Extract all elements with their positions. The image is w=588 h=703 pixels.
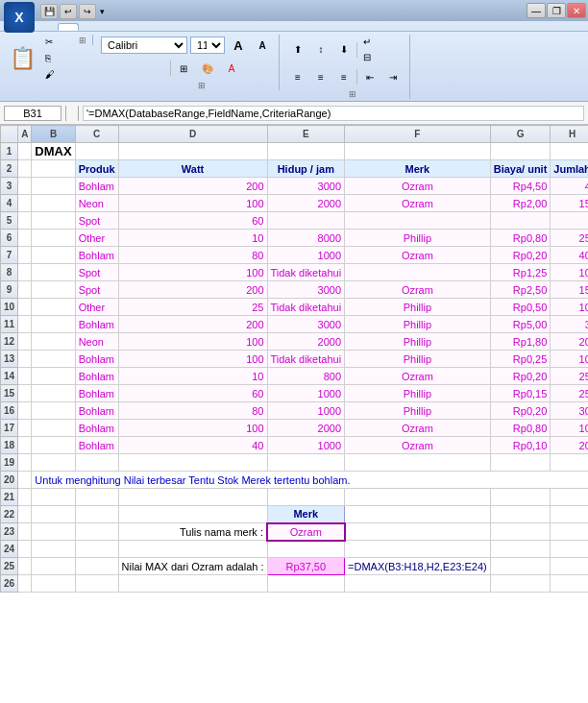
tab-data[interactable] <box>150 23 171 31</box>
decrease-font-btn[interactable]: A <box>252 35 273 56</box>
table-cell[interactable]: Merk <box>345 160 491 178</box>
table-cell[interactable] <box>551 541 588 558</box>
table-cell[interactable] <box>490 575 551 593</box>
row-header[interactable]: 19 <box>1 454 18 472</box>
table-cell[interactable]: 40 <box>551 247 588 264</box>
table-cell[interactable]: Rp0,10 <box>490 437 551 454</box>
table-cell[interactable]: Nilai MAX dari Ozram adalah : <box>118 558 267 575</box>
table-cell[interactable]: Rp0,15 <box>490 385 551 402</box>
table-cell[interactable] <box>345 541 491 558</box>
table-cell[interactable] <box>267 575 345 593</box>
table-cell[interactable]: DMAX <box>32 143 75 160</box>
table-cell[interactable]: Rp0,80 <box>490 230 551 247</box>
table-cell[interactable] <box>345 506 491 523</box>
table-cell[interactable] <box>32 212 75 230</box>
table-cell[interactable] <box>18 333 32 351</box>
redo-quick-btn[interactable]: ↪ <box>79 4 96 19</box>
table-cell[interactable]: 3 <box>551 316 588 333</box>
table-cell[interactable] <box>551 454 588 472</box>
table-cell[interactable]: Bohlam <box>75 385 118 402</box>
align-center-btn[interactable]: ≡ <box>310 66 331 87</box>
table-cell[interactable]: 8000 <box>267 230 345 247</box>
table-cell[interactable]: Bohlam <box>75 178 118 195</box>
table-cell[interactable]: Rp0,25 <box>490 351 551 368</box>
table-cell[interactable]: 30 <box>551 402 588 420</box>
table-cell[interactable]: Ozram <box>345 368 491 385</box>
table-cell[interactable]: 15 <box>551 195 588 212</box>
font-color-btn[interactable]: A <box>221 58 242 79</box>
row-header[interactable]: 24 <box>1 541 18 558</box>
table-cell[interactable] <box>18 489 32 506</box>
italic-button[interactable] <box>124 58 145 79</box>
align-right-btn[interactable]: ≡ <box>333 66 355 87</box>
table-cell[interactable] <box>267 489 345 506</box>
align-bottom-btn[interactable]: ⬇ <box>333 39 355 61</box>
table-cell[interactable] <box>18 212 32 230</box>
table-cell[interactable]: 200 <box>118 281 267 299</box>
table-cell[interactable]: Ozram <box>345 178 491 195</box>
table-cell[interactable]: Ozram <box>267 523 345 541</box>
table-cell[interactable] <box>118 143 267 160</box>
table-cell[interactable]: Phillip <box>345 402 491 420</box>
table-cell[interactable]: Rp5,00 <box>490 316 551 333</box>
table-cell[interactable] <box>32 247 75 264</box>
table-cell[interactable]: Rp4,50 <box>490 178 551 195</box>
formula-input[interactable] <box>83 106 584 121</box>
table-cell[interactable] <box>18 420 32 437</box>
bold-button[interactable] <box>101 58 122 79</box>
table-cell[interactable]: Bohlam <box>75 437 118 454</box>
table-cell[interactable] <box>345 523 491 541</box>
table-cell[interactable]: Spot <box>75 264 118 281</box>
table-cell[interactable] <box>32 178 75 195</box>
border-btn[interactable]: ⊞ <box>173 58 194 79</box>
table-cell[interactable]: 1000 <box>267 385 345 402</box>
table-cell[interactable] <box>551 558 588 575</box>
table-cell[interactable]: 10 <box>551 351 588 368</box>
fill-color-btn[interactable]: 🎨 <box>196 58 219 79</box>
save-quick-btn[interactable]: 💾 <box>40 4 58 19</box>
table-cell[interactable] <box>32 333 75 351</box>
tab-view[interactable] <box>196 23 217 31</box>
tab-insert[interactable] <box>81 23 102 31</box>
table-cell[interactable] <box>118 506 267 523</box>
table-cell[interactable] <box>18 575 32 593</box>
table-cell[interactable] <box>267 212 345 230</box>
table-cell[interactable] <box>118 575 267 593</box>
restore-btn[interactable]: ❐ <box>547 3 566 18</box>
table-cell[interactable]: 3000 <box>267 281 345 299</box>
table-cell[interactable] <box>267 143 345 160</box>
table-cell[interactable] <box>75 523 118 541</box>
table-cell[interactable] <box>345 454 491 472</box>
tab-page-layout[interactable] <box>104 23 125 31</box>
table-cell[interactable]: 2000 <box>267 420 345 437</box>
table-cell[interactable] <box>490 506 551 523</box>
table-cell[interactable]: Phillip <box>345 299 491 316</box>
table-cell[interactable]: Bohlam <box>75 402 118 420</box>
row-header[interactable]: 8 <box>1 264 18 281</box>
table-cell[interactable]: Rp1,25 <box>490 264 551 281</box>
table-cell[interactable] <box>18 454 32 472</box>
table-cell[interactable]: 100 <box>118 351 267 368</box>
table-cell[interactable]: Bohlam <box>75 247 118 264</box>
table-cell[interactable]: Ozram <box>345 281 491 299</box>
align-top-btn[interactable]: ⬆ <box>287 39 308 61</box>
font-size-select[interactable]: 11 <box>190 36 225 54</box>
table-cell[interactable]: Produk <box>75 160 118 178</box>
indent-dec-btn[interactable]: ⇤ <box>359 66 380 87</box>
table-cell[interactable] <box>551 143 588 160</box>
col-header-d[interactable]: D <box>118 126 267 143</box>
table-cell[interactable]: Bohlam <box>75 351 118 368</box>
row-header[interactable]: 25 <box>1 558 18 575</box>
table-cell[interactable]: 100 <box>118 195 267 212</box>
row-header[interactable]: 11 <box>1 316 18 333</box>
table-cell[interactable] <box>32 523 75 541</box>
table-cell[interactable] <box>551 506 588 523</box>
table-cell[interactable] <box>18 195 32 212</box>
table-cell[interactable]: 80 <box>118 402 267 420</box>
table-cell[interactable]: 40 <box>118 437 267 454</box>
table-cell[interactable]: Neon <box>75 333 118 351</box>
table-cell[interactable]: 15 <box>551 281 588 299</box>
table-cell[interactable]: Other <box>75 299 118 316</box>
table-cell[interactable]: Rp0,50 <box>490 299 551 316</box>
table-cell[interactable] <box>75 143 118 160</box>
